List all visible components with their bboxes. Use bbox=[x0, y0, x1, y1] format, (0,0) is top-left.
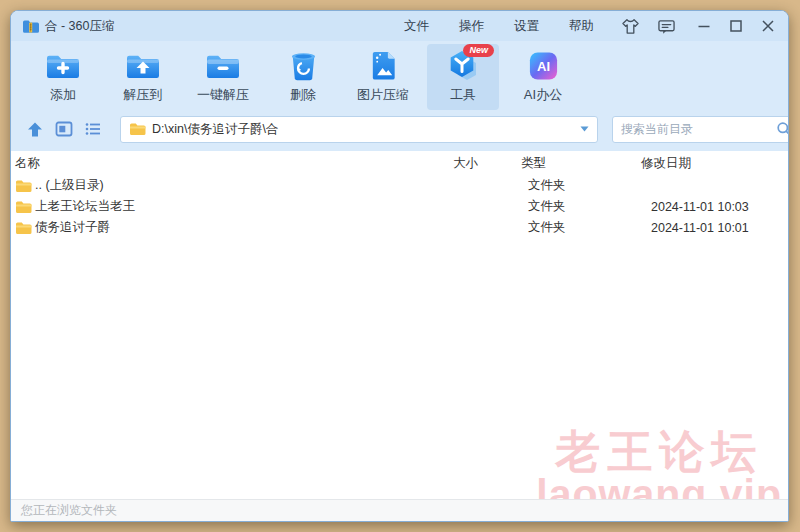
watermark-line1: 老王论坛 bbox=[536, 429, 782, 474]
status-text: 您正在浏览文件夹 bbox=[21, 502, 117, 519]
arrow-up-icon[interactable] bbox=[25, 120, 44, 138]
toolbar-one-click-extract-label: 一键解压 bbox=[197, 86, 249, 104]
watermark: 老王论坛 laowang.vip bbox=[536, 429, 782, 499]
yellow-folder-icon bbox=[15, 179, 32, 193]
toolbar-tools-button[interactable]: New 工具 bbox=[427, 44, 499, 110]
table-row-folder-2[interactable]: 债务追讨子爵 文件夹 2024-11-01 10:01 bbox=[11, 217, 788, 238]
toolbar: 添加 解压到 一键解压 bbox=[11, 41, 788, 113]
app-window: 合 - 360压缩 文件 操作 设置 帮助 bbox=[10, 10, 789, 522]
search-icon[interactable] bbox=[776, 121, 789, 137]
table-row-parent-dir[interactable]: .. (上级目录) 文件夹 bbox=[11, 175, 788, 196]
window-title: 合 - 360压缩 bbox=[45, 18, 114, 35]
toolbar-delete-button[interactable]: 删除 bbox=[267, 44, 339, 110]
toolbar-add-button[interactable]: 添加 bbox=[27, 44, 99, 110]
header-name[interactable]: 名称 bbox=[11, 155, 449, 172]
zip-folder-icon bbox=[22, 19, 39, 34]
toolbar-add-label: 添加 bbox=[50, 86, 76, 104]
toolbar-ai-office-label: AI办公 bbox=[524, 86, 562, 104]
ai-gradient-icon: AI bbox=[524, 48, 562, 84]
search-box[interactable] bbox=[612, 116, 789, 143]
trash-recycle-icon bbox=[284, 48, 322, 84]
row-date: 2024-11-01 10:01 bbox=[637, 221, 788, 235]
menubar: 文件 操作 设置 帮助 bbox=[404, 18, 594, 35]
svg-text:AI: AI bbox=[536, 59, 549, 74]
caret-down-icon[interactable] bbox=[580, 126, 589, 132]
thumbnail-view-icon[interactable] bbox=[54, 120, 73, 138]
list-header: 名称 大小 类型 修改日期 bbox=[11, 151, 788, 175]
toolbar-image-compress-label: 图片压缩 bbox=[357, 86, 409, 104]
menu-file[interactable]: 文件 bbox=[404, 18, 429, 35]
address-bar[interactable]: D:\xin\债务追讨子爵\合 bbox=[120, 116, 598, 143]
header-size[interactable]: 大小 bbox=[449, 155, 517, 172]
feedback-message-icon[interactable] bbox=[656, 17, 676, 35]
minimize-icon[interactable] bbox=[694, 17, 714, 35]
toolbar-extract-to-button[interactable]: 解压到 bbox=[107, 44, 179, 110]
toolbar-tools-label: 工具 bbox=[450, 86, 476, 104]
row-name: 债务追讨子爵 bbox=[35, 219, 110, 236]
address-path[interactable]: D:\xin\债务追讨子爵\合 bbox=[152, 121, 580, 138]
menu-settings[interactable]: 设置 bbox=[514, 18, 539, 35]
toolbar-extract-to-label: 解压到 bbox=[124, 86, 163, 104]
image-file-icon bbox=[364, 48, 402, 84]
maximize-icon[interactable] bbox=[726, 17, 746, 35]
folder-plus-icon bbox=[44, 48, 82, 84]
row-type: 文件夹 bbox=[517, 177, 637, 194]
toolbar-one-click-extract-button[interactable]: 一键解压 bbox=[187, 44, 259, 110]
list-view-icon[interactable] bbox=[83, 120, 102, 138]
hexagon-tool-icon: New bbox=[444, 48, 482, 84]
toolbar-delete-label: 删除 bbox=[290, 86, 316, 104]
search-input[interactable] bbox=[621, 122, 776, 136]
header-type[interactable]: 类型 bbox=[517, 155, 637, 172]
tshirt-skin-icon[interactable] bbox=[620, 17, 640, 35]
yellow-folder-icon bbox=[129, 122, 146, 136]
titlebar: 合 - 360压缩 文件 操作 设置 帮助 bbox=[11, 11, 788, 41]
new-badge: New bbox=[463, 44, 494, 57]
watermark-line2: laowang.vip bbox=[536, 474, 782, 499]
row-date: 2024-11-01 10:03 bbox=[637, 200, 788, 214]
menu-action[interactable]: 操作 bbox=[459, 18, 484, 35]
row-name: .. (上级目录) bbox=[35, 177, 104, 194]
header-date[interactable]: 修改日期 bbox=[637, 155, 788, 172]
table-row-folder-1[interactable]: 上老王论坛当老王 文件夹 2024-11-01 10:03 bbox=[11, 196, 788, 217]
folder-arrow-up-icon bbox=[124, 48, 162, 84]
close-icon[interactable] bbox=[758, 17, 778, 35]
row-type: 文件夹 bbox=[517, 219, 637, 236]
address-row: D:\xin\债务追讨子爵\合 bbox=[11, 113, 788, 151]
yellow-folder-icon bbox=[15, 221, 32, 235]
statusbar: 您正在浏览文件夹 bbox=[11, 499, 788, 521]
menu-help[interactable]: 帮助 bbox=[569, 18, 594, 35]
folder-minus-icon bbox=[204, 48, 242, 84]
yellow-folder-icon bbox=[15, 200, 32, 214]
row-name: 上老王论坛当老王 bbox=[35, 198, 135, 215]
file-list: 名称 大小 类型 修改日期 .. (上级目录) 文件夹 上老王论坛当老王 文件夹… bbox=[11, 151, 788, 499]
toolbar-ai-office-button[interactable]: AI AI办公 bbox=[507, 44, 579, 110]
toolbar-image-compress-button[interactable]: 图片压缩 bbox=[347, 44, 419, 110]
row-type: 文件夹 bbox=[517, 198, 637, 215]
